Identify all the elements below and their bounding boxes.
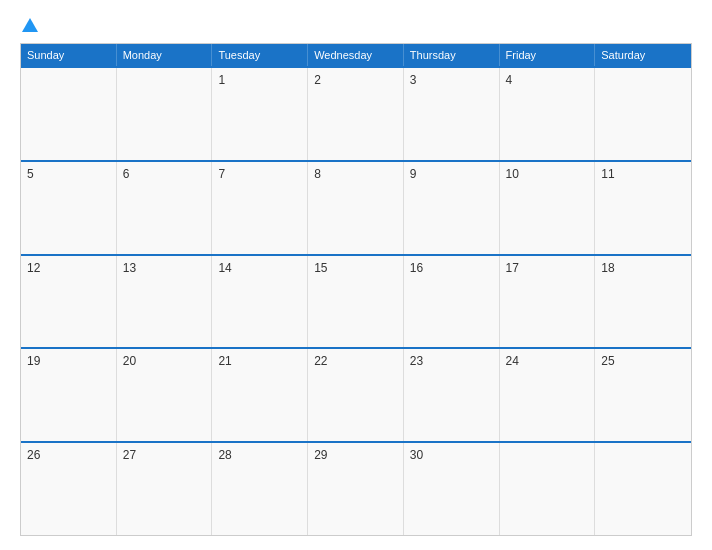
- cal-cell: 15: [308, 256, 404, 348]
- day-number: 18: [601, 261, 685, 275]
- day-number: 13: [123, 261, 206, 275]
- day-number: 7: [218, 167, 301, 181]
- cal-cell: 28: [212, 443, 308, 535]
- day-number: 16: [410, 261, 493, 275]
- logo: [20, 18, 40, 33]
- calendar-header-row: SundayMondayTuesdayWednesdayThursdayFrid…: [21, 44, 691, 66]
- day-number: 17: [506, 261, 589, 275]
- day-number: 29: [314, 448, 397, 462]
- day-number: 1: [218, 73, 301, 87]
- day-number: 20: [123, 354, 206, 368]
- day-number: 8: [314, 167, 397, 181]
- day-number: 14: [218, 261, 301, 275]
- day-header-thursday: Thursday: [404, 44, 500, 66]
- cal-cell: 14: [212, 256, 308, 348]
- week-row-4: 19202122232425: [21, 347, 691, 441]
- cal-cell: 29: [308, 443, 404, 535]
- cal-cell: 17: [500, 256, 596, 348]
- cal-cell: 24: [500, 349, 596, 441]
- day-number: 30: [410, 448, 493, 462]
- cal-cell: 10: [500, 162, 596, 254]
- day-number: 27: [123, 448, 206, 462]
- cal-cell: 20: [117, 349, 213, 441]
- calendar-body: 1234567891011121314151617181920212223242…: [21, 66, 691, 535]
- day-number: 25: [601, 354, 685, 368]
- day-header-saturday: Saturday: [595, 44, 691, 66]
- day-header-sunday: Sunday: [21, 44, 117, 66]
- day-number: 9: [410, 167, 493, 181]
- cal-cell: 16: [404, 256, 500, 348]
- cal-cell: 7: [212, 162, 308, 254]
- cal-cell: 19: [21, 349, 117, 441]
- day-number: 23: [410, 354, 493, 368]
- cal-cell: 5: [21, 162, 117, 254]
- cal-cell: 2: [308, 68, 404, 160]
- week-row-5: 2627282930: [21, 441, 691, 535]
- week-row-1: 1234: [21, 66, 691, 160]
- cal-cell: [117, 68, 213, 160]
- day-number: 21: [218, 354, 301, 368]
- cal-cell: 18: [595, 256, 691, 348]
- cal-cell: 9: [404, 162, 500, 254]
- logo-triangle-icon: [22, 18, 38, 32]
- day-number: 15: [314, 261, 397, 275]
- calendar-page: SundayMondayTuesdayWednesdayThursdayFrid…: [0, 0, 712, 550]
- day-number: 28: [218, 448, 301, 462]
- day-number: 19: [27, 354, 110, 368]
- day-number: 6: [123, 167, 206, 181]
- cal-cell: 25: [595, 349, 691, 441]
- cal-cell: 4: [500, 68, 596, 160]
- cal-cell: 30: [404, 443, 500, 535]
- day-number: 10: [506, 167, 589, 181]
- week-row-3: 12131415161718: [21, 254, 691, 348]
- cal-cell: 26: [21, 443, 117, 535]
- cal-cell: 3: [404, 68, 500, 160]
- day-header-friday: Friday: [500, 44, 596, 66]
- day-number: 4: [506, 73, 589, 87]
- cal-cell: 1: [212, 68, 308, 160]
- cal-cell: [500, 443, 596, 535]
- calendar-grid: SundayMondayTuesdayWednesdayThursdayFrid…: [20, 43, 692, 536]
- cal-cell: 27: [117, 443, 213, 535]
- cal-cell: 21: [212, 349, 308, 441]
- cal-cell: 13: [117, 256, 213, 348]
- cal-cell: 6: [117, 162, 213, 254]
- day-header-tuesday: Tuesday: [212, 44, 308, 66]
- cal-cell: 11: [595, 162, 691, 254]
- day-number: 24: [506, 354, 589, 368]
- day-number: 22: [314, 354, 397, 368]
- day-header-wednesday: Wednesday: [308, 44, 404, 66]
- cal-cell: [21, 68, 117, 160]
- cal-cell: 12: [21, 256, 117, 348]
- cal-cell: 8: [308, 162, 404, 254]
- cal-cell: [595, 443, 691, 535]
- day-number: 12: [27, 261, 110, 275]
- day-number: 11: [601, 167, 685, 181]
- day-number: 5: [27, 167, 110, 181]
- cal-cell: [595, 68, 691, 160]
- day-number: 3: [410, 73, 493, 87]
- day-number: 26: [27, 448, 110, 462]
- day-number: 2: [314, 73, 397, 87]
- cal-cell: 23: [404, 349, 500, 441]
- day-header-monday: Monday: [117, 44, 213, 66]
- week-row-2: 567891011: [21, 160, 691, 254]
- header: [20, 18, 692, 33]
- cal-cell: 22: [308, 349, 404, 441]
